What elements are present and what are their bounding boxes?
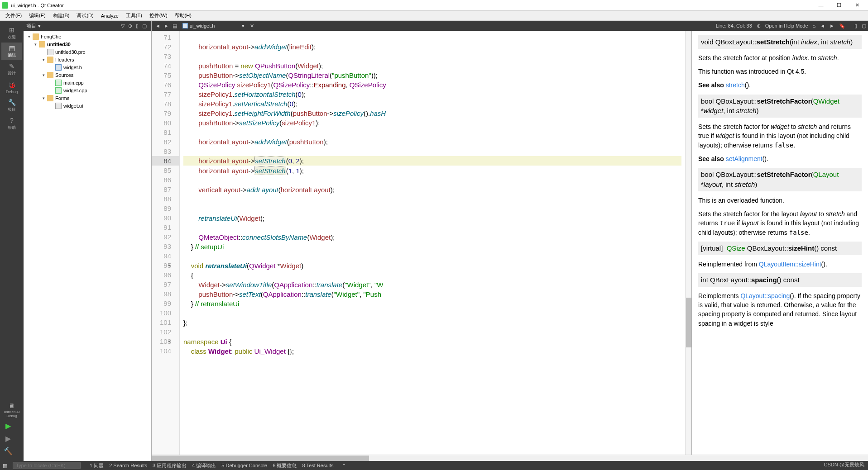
dropdown-icon[interactable]: ▾ bbox=[38, 23, 41, 29]
tree-item[interactable]: untitled30.pro bbox=[24, 48, 151, 56]
mode-项目[interactable]: 🔧项目 bbox=[1, 97, 22, 114]
mode-设计[interactable]: ✎设计 bbox=[1, 61, 22, 78]
menu-item[interactable]: 帮助(H) bbox=[171, 11, 195, 20]
tree-item[interactable]: widget.ui bbox=[24, 102, 151, 109]
code-line[interactable]: horizontalLayout->addWidget(lineEdit); bbox=[183, 42, 681, 52]
code-line[interactable]: void retranslateUi(QWidget *Widget) bbox=[183, 261, 681, 271]
output-pane-tab[interactable]: 6 概要信息 bbox=[273, 463, 297, 468]
tree-item[interactable]: ▾Sources bbox=[24, 71, 151, 79]
nav-forward-help-icon[interactable]: ► bbox=[830, 23, 834, 28]
code-line[interactable]: namespace Ui { bbox=[183, 337, 681, 347]
scroll-thumb[interactable] bbox=[152, 456, 369, 461]
nav-back-help-icon[interactable]: ◄ bbox=[820, 23, 825, 28]
code-line[interactable]: sizePolicy1.setHorizontalStretch(0); bbox=[183, 90, 681, 99]
menu-item[interactable]: 编辑(E) bbox=[25, 11, 49, 20]
output-pane-tab[interactable]: 4 编译输出 bbox=[192, 463, 216, 468]
tree-item[interactable]: main.cpp bbox=[24, 79, 151, 86]
code-line[interactable]: retranslateUi(Widget); bbox=[183, 214, 681, 223]
code-line[interactable] bbox=[183, 309, 681, 318]
code-line[interactable] bbox=[183, 195, 681, 204]
code-line[interactable]: horizontalLayout->setStretch(0, 2); bbox=[183, 156, 681, 166]
mode-帮助[interactable]: ?帮助 bbox=[1, 115, 22, 132]
split-icon[interactable]: ▯ bbox=[134, 23, 140, 29]
output-pane-tab[interactable]: 5 Debugger Console bbox=[221, 463, 267, 468]
tree-item[interactable]: ▾FengChe bbox=[24, 33, 151, 40]
fold-icon[interactable]: ▾ bbox=[168, 337, 170, 346]
code-line[interactable] bbox=[183, 176, 681, 185]
debug-run-button[interactable]: ▶ bbox=[1, 432, 15, 445]
close-tab-icon[interactable]: ✕ bbox=[248, 23, 256, 29]
horizontal-scrollbar[interactable] bbox=[152, 455, 868, 461]
menu-item[interactable]: 控件(W) bbox=[146, 11, 171, 20]
output-pane-tab[interactable]: 2 Search Results bbox=[109, 463, 147, 468]
code-line[interactable]: { bbox=[183, 271, 681, 280]
menu-item[interactable]: 调试(D) bbox=[73, 11, 97, 20]
file-tab[interactable]: ui_widget.h ▾ bbox=[179, 22, 249, 30]
tree-item[interactable]: widget.h bbox=[24, 63, 151, 71]
menu-item[interactable]: 工具(T) bbox=[122, 11, 146, 20]
output-pane-tab[interactable]: 8 Test Results bbox=[302, 463, 333, 468]
code-line[interactable]: class Widget: public Ui_Widget {}; bbox=[183, 347, 681, 356]
code-editor[interactable]: 7172737475767778798081828384858687888990… bbox=[152, 31, 868, 455]
project-tree[interactable]: ▾FengChe▾untitled30untitled30.pro▾Header… bbox=[24, 31, 151, 111]
help-mode-label[interactable]: Open in Help Mode bbox=[765, 23, 808, 28]
code-line[interactable]: } // setupUi bbox=[183, 242, 681, 252]
status-dropdown-icon[interactable]: ⌃ bbox=[342, 463, 346, 469]
scroll-thumb[interactable] bbox=[686, 298, 691, 347]
code-line[interactable] bbox=[183, 204, 681, 214]
tree-item[interactable]: widget.cpp bbox=[24, 86, 151, 94]
mode-Debug[interactable]: 🐞Debug bbox=[1, 79, 22, 96]
build-button[interactable]: 🔨 bbox=[1, 445, 15, 457]
tree-item[interactable]: ▾Headers bbox=[24, 56, 151, 63]
code-line[interactable]: verticalLayout->addLayout(horizontalLayo… bbox=[183, 185, 681, 195]
help-content[interactable]: void QBoxLayout::setStretch(int index, i… bbox=[692, 31, 868, 337]
code-line[interactable]: sizePolicy1.setHeightForWidth(pushButton… bbox=[183, 109, 681, 118]
code-line[interactable]: horizontalLayout->setStretch(1, 1); bbox=[183, 166, 681, 176]
locator-input[interactable] bbox=[13, 462, 81, 469]
tree-arrow-icon[interactable]: ▾ bbox=[34, 42, 39, 47]
filter-icon[interactable]: ▽ bbox=[119, 23, 126, 29]
nav-back-icon[interactable]: ◄ bbox=[153, 23, 162, 28]
code-line[interactable]: }; bbox=[183, 318, 681, 328]
split-editor-icon[interactable]: ▯ bbox=[854, 23, 857, 29]
code-line[interactable] bbox=[183, 252, 681, 261]
close-button[interactable]: ✕ bbox=[848, 0, 866, 11]
code-line[interactable] bbox=[183, 328, 681, 337]
output-pane-tab[interactable]: 1 问题 bbox=[90, 463, 104, 468]
menu-item[interactable]: 构建(B) bbox=[49, 11, 73, 20]
code-line[interactable]: QMetaObject::connectSlotsByName(Widget); bbox=[183, 233, 681, 242]
encoding-icon[interactable]: ⊕ bbox=[757, 23, 761, 29]
close-panel-icon[interactable]: ▢ bbox=[140, 23, 149, 29]
mode-编辑[interactable]: ▤编辑 bbox=[1, 43, 22, 60]
code-line[interactable]: } // retranslateUi bbox=[183, 299, 681, 309]
vertical-scrollbar[interactable] bbox=[685, 31, 691, 455]
fold-icon[interactable]: ▾ bbox=[168, 261, 170, 270]
output-pane-tab[interactable]: 3 应用程序输出 bbox=[153, 463, 187, 468]
dropdown-icon[interactable]: ▾ bbox=[242, 23, 245, 29]
link-icon[interactable]: ⊕ bbox=[126, 23, 134, 29]
menu-item[interactable]: 文件(F) bbox=[2, 11, 25, 20]
tree-item[interactable]: ▾untitled30 bbox=[24, 40, 151, 48]
code-line[interactable]: sizePolicy1.setVerticalStretch(0); bbox=[183, 99, 681, 109]
tree-item[interactable]: ▾Forms bbox=[24, 94, 151, 102]
output-toggle-icon[interactable]: ▦ bbox=[3, 463, 7, 469]
code-line[interactable]: Widget->setWindowTitle(QApplication::tra… bbox=[183, 280, 681, 290]
code-text[interactable]: horizontalLayout->addWidget(lineEdit); p… bbox=[180, 31, 685, 455]
code-line[interactable] bbox=[183, 52, 681, 61]
file-list-icon[interactable]: ▤ bbox=[171, 23, 179, 29]
code-line[interactable]: pushButton = new QPushButton(Widget); bbox=[183, 61, 681, 71]
code-line[interactable]: pushButton->setObjectName(QStringLiteral… bbox=[183, 71, 681, 80]
menu-item[interactable]: Analyze bbox=[97, 12, 122, 19]
tree-arrow-icon[interactable]: ▾ bbox=[43, 57, 47, 62]
code-line[interactable]: QSizePolicy sizePolicy1(QSizePolicy::Exp… bbox=[183, 80, 681, 90]
close-editor-icon[interactable]: ▢ bbox=[862, 23, 866, 29]
mode-欢迎[interactable]: ⊞欢迎 bbox=[1, 24, 22, 42]
minimize-button[interactable]: — bbox=[812, 0, 830, 11]
nav-forward-icon[interactable]: ► bbox=[162, 23, 171, 28]
tree-arrow-icon[interactable]: ▾ bbox=[43, 96, 47, 100]
tree-arrow-icon[interactable]: ▾ bbox=[43, 73, 47, 77]
run-button[interactable]: ▶ bbox=[1, 419, 15, 432]
code-line[interactable] bbox=[183, 223, 681, 233]
code-line[interactable] bbox=[183, 33, 681, 42]
home-icon[interactable]: ⌂ bbox=[813, 23, 816, 28]
